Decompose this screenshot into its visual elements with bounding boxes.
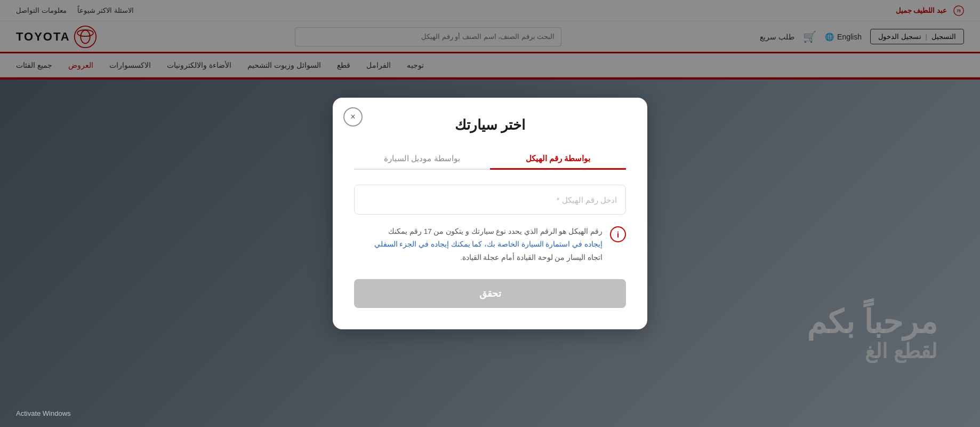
tab-vin[interactable]: بواسطة رقم الهيكل	[490, 148, 626, 169]
modal-tabs: بواسطة رقم الهيكل بواسطة موديل السيارة	[354, 148, 626, 170]
info-block: i رقم الهيكل هو الرقم الذي يحدد نوع سيار…	[354, 225, 626, 264]
close-icon: ×	[350, 112, 355, 122]
info-link[interactable]: إيجاده في استمارة السيارة الخاصة بك، كما…	[374, 240, 603, 248]
modal-close-button[interactable]: ×	[343, 107, 363, 126]
modal-backdrop: × اختر سيارتك بواسطة رقم الهيكل بواسطة م…	[0, 0, 980, 427]
tab-model[interactable]: بواسطة موديل السيارة	[354, 148, 490, 169]
vin-input-wrap	[354, 185, 626, 215]
info-icon: i	[610, 226, 626, 242]
vin-input[interactable]	[354, 185, 626, 215]
modal-title: اختر سيارتك	[354, 117, 626, 133]
car-select-modal: × اختر سيارتك بواسطة رقم الهيكل بواسطة م…	[333, 98, 647, 329]
info-text: رقم الهيكل هو الرقم الذي يحدد نوع سيارتك…	[374, 225, 603, 264]
submit-button[interactable]: تحقق	[354, 279, 626, 308]
